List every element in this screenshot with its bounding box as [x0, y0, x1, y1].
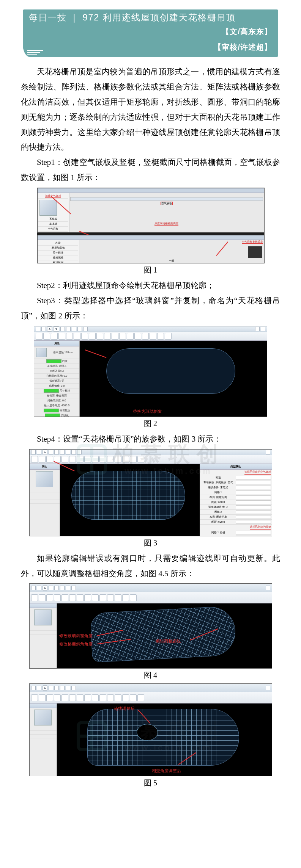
article-title: 每日一技 ｜ 972 利用迹线屋顶创建天花格栅吊顶	[29, 12, 274, 24]
figure-2: A▼ 属性 基本屋顶 120mm 约束 基准标高: 标高 1 房间边界: ☑ 自…	[21, 326, 280, 429]
fig1-left-red-note: 厚度同格栅截面高度	[70, 222, 263, 226]
decorative-lines	[27, 50, 43, 55]
fig4-red1: 修改玻璃斜窗角度	[59, 633, 93, 639]
figure-1: 加载空气嵌板 系统族 基本墙 空气嵌板 空气嵌板 厚度同格栅截面高度	[21, 188, 280, 275]
update-paragraph: 如果轮廓编辑错误或有洞口时，只需要编辑迹线即可自动更新。此外，可以随意调整格栅相…	[21, 551, 280, 581]
viewport: 替换为玻璃斜窗	[80, 341, 267, 417]
fig4-red2: 修改格栅斜角角度	[59, 641, 93, 647]
step3-text: Step3：类型选择器中选择“玻璃斜窗”并复制，命名为“天花格栅吊顶”，如图 2…	[21, 293, 280, 324]
step1-text: Step1：创建空气嵌板及竖梃，竖梃截面尺寸同格栅截面，空气嵌板参数设置，如图 …	[21, 155, 280, 185]
fig4-red3: 编辑调整迹线	[156, 638, 181, 644]
family-thumb-icon	[39, 200, 57, 216]
title-separator: ｜	[70, 13, 79, 22]
step2-text: Step2：利用迹线屋顶命令绘制天花格栅吊顶轮廓；	[21, 278, 280, 293]
figure-5: A 迹线调整后 相交角度调整后	[21, 683, 280, 788]
fig1-right-header: 空气嵌板参数设定	[242, 240, 263, 244]
fig2-red-label: 替换为玻璃斜窗	[133, 409, 162, 414]
series-label: 每日一技	[29, 13, 67, 22]
figure-5-caption: 图 5	[21, 778, 280, 788]
figure-3: A 属性 类	[21, 449, 280, 548]
ribbon-tools	[34, 332, 267, 341]
author-label: 【文/高东东】	[27, 26, 274, 38]
fig5-red1: 迹线调整后	[114, 706, 135, 711]
ribbon-bar: A▼	[34, 326, 267, 332]
figure-1-caption: 图 1	[21, 265, 280, 275]
article-header: 每日一技 ｜ 972 利用迹线屋顶创建天花格栅吊顶 【文/高东东】 【审核/许述…	[23, 9, 278, 57]
figure-2-caption: 图 2	[21, 418, 280, 429]
figure-4-caption: 图 4	[21, 670, 280, 680]
material-thumb-icon	[248, 246, 262, 258]
fig1-right-pane: 构造 材质和装饰 尺寸标注 分析属性 标识数据 空气嵌板参数设定	[37, 235, 264, 263]
reviewer-label: 【审核/许述超】	[27, 41, 274, 53]
type-properties-panel: 类型属性 选择已创建的空气嵌板 构造 幕墙嵌板: 系统嵌板: 空气 连接条件: …	[200, 464, 272, 536]
fig3-red2: 选择已创建的竖梃	[250, 525, 271, 530]
figure-3-caption: 图 3	[21, 538, 280, 548]
intro-paragraph: 天花格栅吊顶是室内较为普遍的吊顶形式之一，惯用的建模方式有逐条绘制法、阵列法、格…	[21, 64, 280, 155]
article-number: 972	[83, 13, 99, 22]
fig1-left-pane: 加载空气嵌板 系统族 基本墙 空气嵌板 空气嵌板 厚度同格栅截面高度	[37, 188, 264, 233]
fig3-red1: 选择已创建的空气嵌板	[244, 470, 271, 475]
fig5-red2: 相交角度调整后	[152, 768, 181, 774]
article-subject: 利用迹线屋顶创建天花格栅吊顶	[103, 13, 236, 22]
step4-text: Step4：设置“天花格栅吊顶”的族参数，如图 3 所示：	[21, 432, 280, 447]
figure-4: A 修改玻璃斜窗角度 修改格栅斜角角度 编辑调整迹线	[21, 583, 280, 680]
properties-panel: 属性 基本屋顶 120mm 约束 基准标高: 标高 1 房间边界: ☑ 自标高的…	[34, 341, 80, 417]
left-panel: 属性	[30, 464, 60, 536]
article-body: 天花格栅吊顶是室内较为普遍的吊顶形式之一，惯用的建模方式有逐条绘制法、阵列法、格…	[21, 64, 280, 185]
